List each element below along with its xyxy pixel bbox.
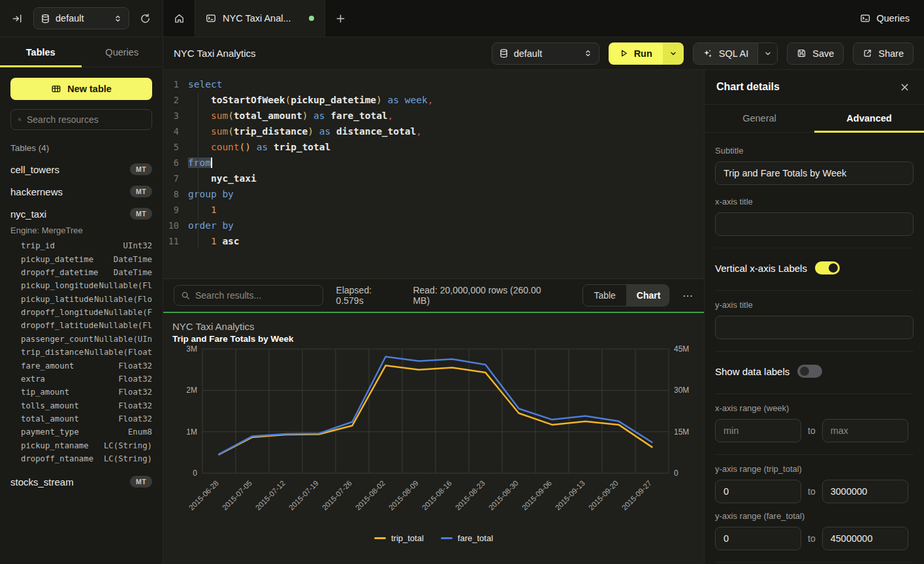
panel-body: Subtitle x-axis title Vertical x-axis La…	[705, 133, 924, 564]
line-number: 1	[163, 76, 188, 92]
engine-badge: MT	[130, 208, 152, 220]
database-icon	[40, 14, 50, 24]
code-text: group by	[188, 186, 234, 202]
y-range-group: y-axis range (trip_total) to y-axis rang…	[715, 455, 914, 563]
svg-text:2015-09-06: 2015-09-06	[520, 479, 553, 512]
panel-title: Chart details	[716, 81, 780, 93]
queries-button[interactable]: Queries	[860, 13, 910, 24]
column-name: trip_distance	[21, 348, 84, 357]
column-type: DateTime	[114, 268, 152, 277]
panel-tabs: General Advanced	[705, 105, 924, 133]
line-number: 2	[163, 92, 188, 108]
resource-search-input[interactable]	[27, 114, 145, 125]
show-data-labels-toggle[interactable]	[797, 365, 822, 378]
table-name: stocks_stream	[10, 476, 74, 488]
code-line: 1select	[163, 76, 704, 92]
panel-tab-advanced[interactable]: Advanced	[814, 105, 924, 132]
view-toggle: Table Chart	[582, 284, 669, 307]
chart-svg: 001M15M2M30M3M45M2015-06-282015-07-05201…	[172, 344, 703, 529]
sql-ai-options-button[interactable]	[757, 43, 777, 64]
run-database-selector[interactable]: default	[492, 42, 599, 65]
save-button[interactable]: Save	[787, 42, 844, 65]
collapse-sidebar-button[interactable]	[9, 10, 25, 27]
svg-text:3M: 3M	[186, 344, 197, 354]
x-axis-title-input[interactable]	[715, 212, 914, 236]
sql-ai-button-group: SQL AI	[693, 42, 778, 65]
home-icon	[174, 13, 185, 24]
table-icon	[51, 84, 61, 94]
more-options-button[interactable]: ⋯	[682, 290, 693, 302]
column-type: Float32	[118, 414, 152, 423]
y-range-trip-max-input[interactable]	[822, 480, 908, 503]
tab-title: NYC Taxi Anal...	[223, 13, 302, 24]
plus-icon	[336, 14, 345, 24]
run-options-button[interactable]	[663, 42, 684, 65]
share-icon	[863, 48, 872, 58]
sidebar-tab-tables[interactable]: Tables	[0, 37, 82, 67]
view-toggle-chart[interactable]: Chart	[626, 285, 669, 306]
tab-strip: NYC Taxi Anal...	[163, 0, 846, 37]
read-stat: Read: 20,000,000 rows (260.00 MB)	[413, 285, 556, 306]
share-button[interactable]: Share	[853, 42, 914, 65]
home-button[interactable]	[163, 0, 195, 37]
code-line: 3 sum(total_amount) as fare_total,	[163, 108, 704, 124]
legend-item[interactable]: trip_total	[374, 533, 424, 543]
sql-ai-button[interactable]: SQL AI	[693, 43, 757, 64]
column-name: pickup_ntaname	[21, 441, 89, 450]
column-type: Enum8	[128, 427, 152, 437]
tab-nyc-taxi-analytics[interactable]: NYC Taxi Anal...	[195, 0, 325, 37]
code-line: 8group by	[163, 186, 704, 202]
vertical-x-axis-labels-toggle[interactable]	[815, 261, 840, 274]
run-button[interactable]: Run	[609, 42, 663, 65]
y-range-fare-max-input[interactable]	[822, 527, 908, 550]
line-number: 11	[163, 233, 188, 249]
x-axis-title-label: x-axis title	[715, 197, 914, 207]
line-number: 4	[163, 124, 188, 139]
y-axis-title-input[interactable]	[715, 316, 914, 339]
y-range-fare-min-input[interactable]	[715, 527, 801, 550]
legend-item[interactable]: fare_total	[441, 533, 493, 543]
column-row: dropoff_longitudeNullable(F	[10, 306, 152, 319]
table-list-item[interactable]: cell_towersMT	[10, 163, 152, 175]
database-selector[interactable]: default	[33, 7, 129, 29]
sort-chevrons-icon	[114, 14, 122, 23]
svg-text:0: 0	[193, 469, 197, 478]
results-search-input[interactable]	[195, 290, 316, 301]
save-icon	[797, 48, 806, 58]
table-list-item[interactable]: hackernewsMT	[10, 186, 152, 197]
svg-text:30M: 30M	[674, 386, 689, 395]
new-tab-button[interactable]	[325, 0, 355, 37]
engine-label: Engine: MergeTree	[10, 225, 152, 235]
code-text: order by	[188, 218, 234, 233]
sql-editor[interactable]: 1select2 toStartOfWeek(pickup_datetime) …	[163, 70, 704, 279]
y-range-fare-label: y-axis range (fare_total)	[715, 511, 914, 521]
columns-list: trip_idUInt32pickup_datetimeDateTimedrop…	[10, 239, 152, 465]
y-range-trip-min-input[interactable]	[715, 480, 801, 503]
view-toggle-table[interactable]: Table	[583, 285, 626, 306]
subtitle-input[interactable]	[715, 161, 914, 185]
column-type: Float32	[118, 401, 152, 410]
close-panel-button[interactable]	[897, 80, 912, 95]
sidebar-tab-queries[interactable]: Queries	[82, 37, 163, 67]
refresh-button[interactable]	[137, 10, 153, 27]
column-name: pickup_longitude	[21, 281, 98, 290]
column-name: pickup_latitude	[21, 295, 93, 304]
panel-tab-general[interactable]: General	[705, 105, 814, 132]
legend-swatch	[374, 537, 386, 539]
column-name: fare_amount	[21, 361, 74, 371]
page-title: NYC Taxi Analytics	[174, 48, 483, 59]
x-range-max-input[interactable]	[822, 419, 908, 442]
chart-title: NYC Taxi Analytics	[172, 321, 704, 332]
search-icon	[18, 115, 22, 124]
table-list-item[interactable]: nyc_taxiMT	[10, 208, 152, 220]
table-name: cell_towers	[10, 164, 59, 175]
main-area: 1select2 toStartOfWeek(pickup_datetime) …	[163, 70, 704, 564]
new-table-button[interactable]: New table	[10, 78, 152, 100]
column-type: Nullable(Fl	[99, 281, 152, 290]
column-name: trip_id	[21, 241, 55, 250]
column-row: trip_distanceNullable(Float	[10, 346, 152, 359]
column-type: Nullable(Flo	[94, 295, 152, 304]
table-list-item[interactable]: stocks_streamMT	[10, 476, 152, 488]
clickhouse-sql-console: default NYC Taxi Anal... Querie	[0, 0, 924, 564]
x-range-min-input[interactable]	[715, 419, 801, 442]
